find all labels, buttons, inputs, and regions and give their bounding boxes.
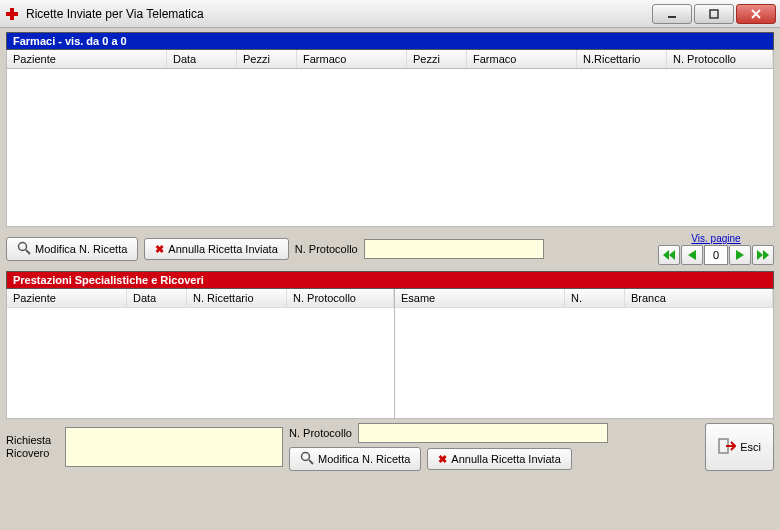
col-paziente[interactable]: Paziente xyxy=(7,50,167,68)
col-data[interactable]: Data xyxy=(167,50,237,68)
col-pezzi-2[interactable]: Pezzi xyxy=(407,50,467,68)
farmaci-header: Farmaci - vis. da 0 a 0 xyxy=(6,32,774,50)
minimize-button[interactable] xyxy=(652,4,692,24)
col-pezzi-1[interactable]: Pezzi xyxy=(237,50,297,68)
protocollo2-input[interactable] xyxy=(358,423,608,443)
first-page-button[interactable] xyxy=(658,245,680,265)
close-button[interactable] xyxy=(736,4,776,24)
annulla-ricetta-button[interactable]: ✖ Annulla Ricetta Inviata xyxy=(144,238,288,260)
esci-button[interactable]: Esci xyxy=(705,423,774,471)
modifica-ricetta2-button[interactable]: Modifica N. Ricetta xyxy=(289,447,421,471)
window-titlebar: Ricette Inviate per Via Telematica xyxy=(0,0,780,28)
prestazioni-right-grid[interactable]: Esame N. Branca xyxy=(395,289,773,418)
svg-rect-1 xyxy=(6,12,18,16)
window-title: Ricette Inviate per Via Telematica xyxy=(26,7,650,21)
richiesta-ricovero-group: Richiesta Ricovero xyxy=(6,423,283,471)
col-nricettario[interactable]: N.Ricettario xyxy=(577,50,667,68)
prestazioni-split: Paziente Data N. Ricettario N. Protocoll… xyxy=(6,289,774,419)
cancel-icon: ✖ xyxy=(155,243,164,256)
svg-point-5 xyxy=(302,453,310,461)
bottom-bar: Richiesta Ricovero N. Protocollo Modific… xyxy=(6,419,774,475)
svg-rect-3 xyxy=(710,10,718,18)
col2-data[interactable]: Data xyxy=(127,289,187,307)
annulla-ricetta2-button[interactable]: ✖ Annulla Ricetta Inviata xyxy=(427,448,571,470)
col-nprotocollo[interactable]: N. Protocollo xyxy=(667,50,773,68)
col-farmaco-2[interactable]: Farmaco xyxy=(467,50,577,68)
protocollo-input[interactable] xyxy=(364,239,544,259)
col2-branca[interactable]: Branca xyxy=(625,289,773,307)
prestazioni-left-grid[interactable]: Paziente Data N. Ricettario N. Protocoll… xyxy=(7,289,395,418)
cancel-icon: ✖ xyxy=(438,453,447,466)
exit-icon xyxy=(718,437,736,457)
col2-paziente[interactable]: Paziente xyxy=(7,289,127,307)
prestazioni-header: Prestazioni Specialistiche e Ricoveri xyxy=(6,271,774,289)
protocollo-label: N. Protocollo xyxy=(295,243,358,255)
maximize-button[interactable] xyxy=(694,4,734,24)
col2-nricettario[interactable]: N. Ricettario xyxy=(187,289,287,307)
paginator: Vis. pagine 0 xyxy=(658,233,774,265)
protocollo2-label: N. Protocollo xyxy=(289,427,352,439)
vis-pagine-label[interactable]: Vis. pagine xyxy=(691,233,740,244)
farmaci-columns: Paziente Data Pezzi Farmaco Pezzi Farmac… xyxy=(6,50,774,69)
esci-label: Esci xyxy=(740,441,761,453)
prev-page-button[interactable] xyxy=(681,245,703,265)
app-icon xyxy=(4,6,20,22)
richiesta-label: Richiesta Ricovero xyxy=(6,434,61,460)
magnifier-icon xyxy=(17,241,31,257)
col2-nprotocollo[interactable]: N. Protocollo xyxy=(287,289,394,307)
page-number: 0 xyxy=(704,245,728,265)
farmaci-grid[interactable] xyxy=(6,69,774,227)
svg-point-4 xyxy=(19,243,27,251)
col2-esame[interactable]: Esame xyxy=(395,289,565,307)
modifica2-label: Modifica N. Ricetta xyxy=(318,453,410,465)
svg-rect-2 xyxy=(668,16,676,18)
next-page-button[interactable] xyxy=(729,245,751,265)
annulla-label: Annulla Ricetta Inviata xyxy=(168,243,277,255)
last-page-button[interactable] xyxy=(752,245,774,265)
farmaci-toolbar: Modifica N. Ricetta ✖ Annulla Ricetta In… xyxy=(6,227,774,271)
col-farmaco-1[interactable]: Farmaco xyxy=(297,50,407,68)
modifica-label: Modifica N. Ricetta xyxy=(35,243,127,255)
magnifier-icon xyxy=(300,451,314,467)
richiesta-ricovero-input[interactable] xyxy=(65,427,283,467)
col2-n[interactable]: N. xyxy=(565,289,625,307)
modifica-ricetta-button[interactable]: Modifica N. Ricetta xyxy=(6,237,138,261)
annulla2-label: Annulla Ricetta Inviata xyxy=(451,453,560,465)
